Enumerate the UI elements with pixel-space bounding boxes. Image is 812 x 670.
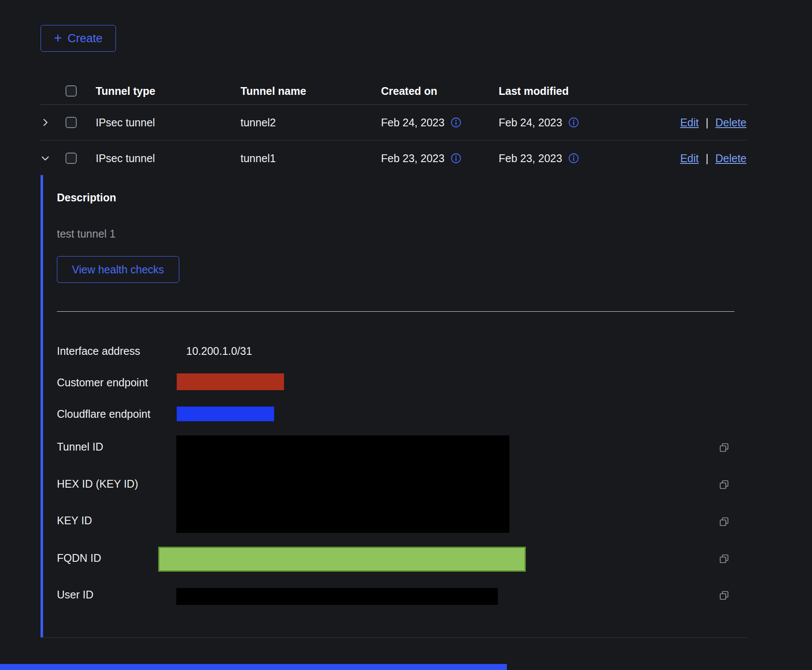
description-heading: Description xyxy=(57,191,116,204)
delete-link[interactable]: Delete xyxy=(715,152,746,165)
copy-icon xyxy=(718,516,730,528)
view-health-checks-button[interactable]: View health checks xyxy=(57,256,179,283)
copy-tunnel-id-button[interactable] xyxy=(718,441,730,454)
bottom-scroll-indicator-bar[interactable] xyxy=(0,664,507,670)
actions-separator: | xyxy=(706,152,709,165)
delete-link[interactable]: Delete xyxy=(715,116,746,129)
create-button[interactable]: + Create xyxy=(41,25,116,52)
interface-address-label: Interface address xyxy=(57,345,140,357)
copy-key-id-button[interactable] xyxy=(718,516,730,528)
expanded-row-bottom-border xyxy=(41,637,747,638)
key-id-label: KEY ID xyxy=(57,514,92,527)
select-all-checkbox[interactable] xyxy=(66,85,77,97)
copy-icon xyxy=(718,479,730,491)
row-checkbox[interactable] xyxy=(66,117,77,128)
header-tunnel-type: Tunnel type xyxy=(96,85,240,97)
fqdn-id-redacted-value xyxy=(158,547,526,572)
detail-divider xyxy=(57,311,734,312)
tunnel-hex-key-id-redacted-values xyxy=(176,435,509,533)
info-icon[interactable] xyxy=(568,117,579,128)
table-row: IPsec tunnel tunnel2 Feb 24, 2023 Feb 24… xyxy=(41,105,747,141)
tunnels-table: Tunnel type Tunnel name Created on Last … xyxy=(41,78,747,176)
chevron-down-icon xyxy=(41,153,50,163)
info-icon[interactable] xyxy=(568,153,579,164)
copy-icon xyxy=(718,441,730,454)
last-modified-cell: Feb 24, 2023 xyxy=(499,116,562,129)
tunnel-type-cell: IPsec tunnel xyxy=(96,116,240,129)
copy-hex-id-button[interactable] xyxy=(718,479,730,491)
header-tunnel-name: Tunnel name xyxy=(240,85,381,97)
create-button-label: Create xyxy=(68,32,103,45)
user-id-redacted-value xyxy=(176,588,498,605)
created-on-cell: Feb 24, 2023 xyxy=(381,116,444,129)
copy-icon xyxy=(718,553,730,565)
table-row: IPsec tunnel tunnel1 Feb 23, 2023 Feb 23… xyxy=(41,141,747,176)
last-modified-cell: Feb 23, 2023 xyxy=(499,152,562,165)
customer-endpoint-redacted-value xyxy=(177,373,284,390)
row-checkbox[interactable] xyxy=(66,153,77,164)
description-text: test tunnel 1 xyxy=(57,228,116,240)
edit-link[interactable]: Edit xyxy=(680,116,699,129)
tunnel-id-label: Tunnel ID xyxy=(57,441,103,453)
copy-icon xyxy=(718,589,730,601)
cloudflare-endpoint-label: Cloudflare endpoint xyxy=(57,408,150,420)
expanded-row-accent-bar xyxy=(41,175,43,637)
table-header-row: Tunnel type Tunnel name Created on Last … xyxy=(41,78,747,105)
tunnel-name-cell: tunnel1 xyxy=(240,152,381,165)
created-on-cell: Feb 23, 2023 xyxy=(381,152,444,165)
hex-id-label: HEX ID (KEY ID) xyxy=(57,478,138,490)
expand-row-button[interactable] xyxy=(41,118,53,127)
customer-endpoint-label: Customer endpoint xyxy=(57,376,148,389)
header-last-modified: Last modified xyxy=(499,85,646,97)
header-created-on: Created on xyxy=(381,85,499,97)
interface-address-value: 10.200.1.0/31 xyxy=(186,345,252,357)
edit-link[interactable]: Edit xyxy=(680,152,699,165)
info-icon[interactable] xyxy=(450,117,462,128)
tunnels-page: + Create Tunnel type Tunnel name Created… xyxy=(0,0,812,670)
user-id-label: User ID xyxy=(57,589,94,601)
tunnel-name-cell: tunnel2 xyxy=(240,116,381,129)
actions-separator: | xyxy=(706,116,709,129)
copy-user-id-button[interactable] xyxy=(718,589,730,601)
cloudflare-endpoint-redacted-value xyxy=(177,407,274,421)
info-icon[interactable] xyxy=(450,153,462,164)
chevron-right-icon xyxy=(41,118,50,127)
copy-fqdn-id-button[interactable] xyxy=(718,553,730,565)
tunnel-type-cell: IPsec tunnel xyxy=(96,152,240,165)
fqdn-id-label: FQDN ID xyxy=(57,552,101,564)
collapse-row-button[interactable] xyxy=(41,153,53,163)
plus-icon: + xyxy=(54,31,62,45)
